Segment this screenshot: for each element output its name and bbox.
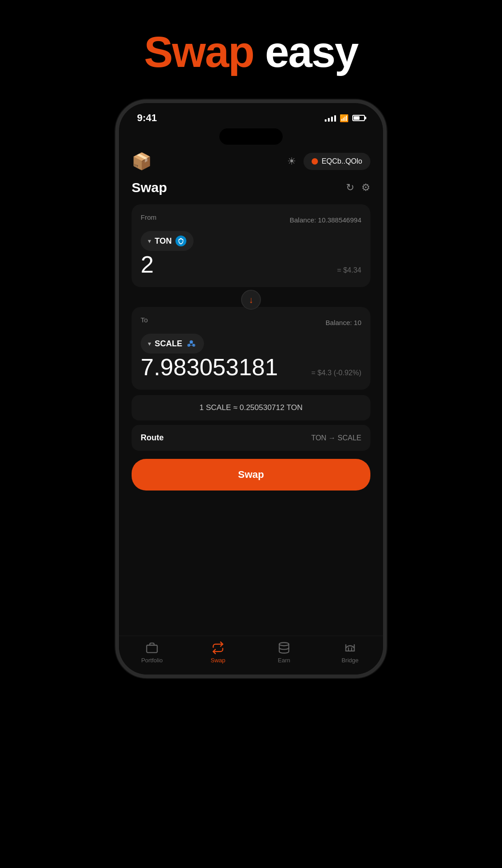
app-header: 📦 ☀ EQCb..QOlo [132,152,370,171]
svg-point-7 [279,642,289,646]
header-right: ☀ EQCb..QOlo [287,153,370,170]
swap-direction-button[interactable]: ↓ [241,290,261,310]
swap-icon [212,642,224,654]
refresh-button[interactable]: ↻ [346,182,354,193]
from-token-name: TON [155,236,172,246]
route-value: TON → SCALE [311,434,361,442]
phone-screen: 9:41 📶 [119,103,383,675]
svg-rect-6 [147,645,157,652]
to-top-row: To Balance: 10 [141,316,361,329]
nav-item-portfolio[interactable]: Portfolio [134,642,170,664]
nav-item-earn[interactable]: Earn [266,642,302,664]
nav-item-bridge[interactable]: Bridge [332,642,368,664]
status-icons: 📶 [325,114,365,123]
earn-icon [278,642,290,654]
swap-down-arrow-icon: ↓ [249,295,253,305]
from-token-chevron-icon: ▾ [148,237,151,245]
from-amount-value[interactable]: 2 [141,251,154,278]
bridge-icon [344,642,356,654]
from-balance: Balance: 10.388546994 [290,216,361,224]
wifi-icon: 📶 [340,114,349,123]
route-row[interactable]: Route TON → SCALE [132,425,370,451]
to-token-chevron-icon: ▾ [148,340,151,347]
from-card: From Balance: 10.388546994 ▾ TON 2 [132,204,370,287]
from-token-selector[interactable]: ▾ TON [141,231,194,251]
to-token-name: SCALE [155,339,182,349]
battery-icon [352,115,365,121]
wallet-dot [312,158,318,165]
from-amount-usd: = $4.34 [337,266,361,278]
from-amount-row: 2 = $4.34 [141,251,361,278]
to-label: To [141,316,148,324]
swap-page-title: Swap [132,180,167,195]
swap-direction-area: ↓ [132,290,370,310]
status-bar: 9:41 📶 [119,103,383,128]
to-amount-usd: = $4.3 (-0.92%) [311,369,361,381]
from-label: From [141,213,156,221]
nav-label-swap: Swap [211,657,226,664]
rate-text: 1 SCALE ≈ 0.250530712 TON [199,403,303,412]
scale-token-icon [186,338,197,349]
status-time: 9:41 [137,112,157,124]
portfolio-icon [146,642,158,654]
settings-button[interactable]: ⚙ [361,182,370,193]
to-card: To Balance: 10 ▾ SCALE [132,307,370,390]
nav-label-earn: Earn [278,657,290,664]
wallet-address: EQCb..QOlo [322,157,362,165]
nav-label-bridge: Bridge [341,657,359,664]
to-balance: Balance: 10 [326,319,361,326]
hero-easy-word: easy [265,28,358,76]
app-content: 📦 ☀ EQCb..QOlo Swap ↻ ⚙ [119,152,383,636]
route-label: Route [141,433,164,443]
to-amount-row: 7.983053181 = $4.3 (-0.92%) [141,354,361,381]
from-top-row: From Balance: 10.388546994 [141,213,361,226]
rate-row[interactable]: 1 SCALE ≈ 0.250530712 TON [132,395,370,420]
sun-icon[interactable]: ☀ [287,156,296,167]
nav-label-portfolio: Portfolio [141,657,163,664]
signal-bars-icon [325,114,336,122]
dynamic-island [219,128,283,145]
to-amount-value: 7.983053181 [141,354,278,381]
swap-title-row: Swap ↻ ⚙ [132,180,370,195]
bottom-nav: Portfolio Swap [119,636,383,675]
to-token-selector[interactable]: ▾ SCALE [141,334,204,354]
ton-token-icon [175,236,186,246]
wallet-button[interactable]: EQCb..QOlo [303,153,370,170]
swap-action-button[interactable]: Swap [132,459,370,491]
phone-frame: 9:41 📶 [115,99,387,678]
app-logo: 📦 [132,152,152,171]
hero-swap-word: Swap [144,28,254,76]
nav-item-swap[interactable]: Swap [200,642,236,664]
title-actions: ↻ ⚙ [346,182,370,193]
